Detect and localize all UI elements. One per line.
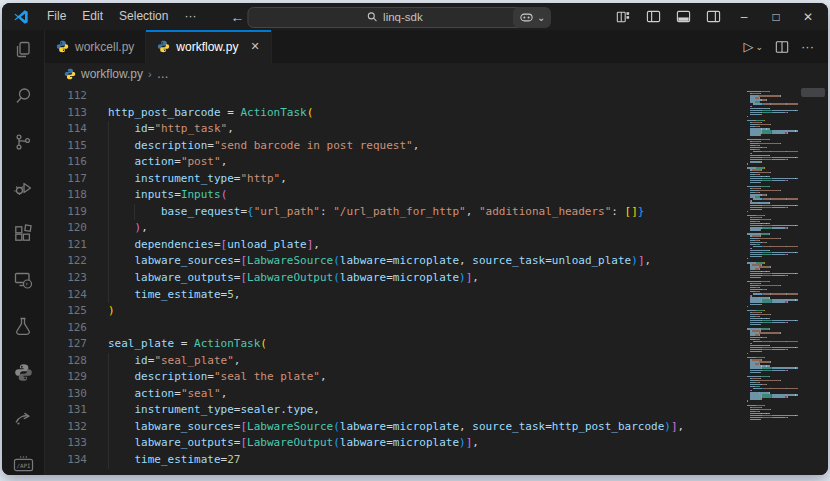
line-text: action="seal", bbox=[108, 386, 227, 403]
code-line-123[interactable]: 123 labware_outputs=[LabwareOutput(labwa… bbox=[45, 270, 746, 287]
line-text: seal_plate = ActionTask( bbox=[108, 336, 267, 353]
tab-label: workcell.py bbox=[75, 40, 134, 54]
command-center-search[interactable]: linq-sdk bbox=[247, 7, 541, 28]
more-actions-icon[interactable]: ··· bbox=[801, 39, 814, 54]
line-number: 130 bbox=[45, 386, 108, 403]
code-line-129[interactable]: 129 description="seal the plate", bbox=[45, 369, 746, 386]
tab-workflow[interactable]: workflow.py ✕ bbox=[146, 30, 271, 63]
scrollbar-thumb[interactable] bbox=[801, 88, 825, 97]
code-line-112[interactable]: 112 bbox=[45, 88, 746, 105]
breadcrumb-symbol[interactable]: … bbox=[157, 67, 169, 81]
breadcrumb-separator: › bbox=[148, 68, 152, 80]
vscode-window: File Edit Selection ··· ← → linq-sdk ⌄ bbox=[2, 3, 828, 475]
run-python-button[interactable]: ▷ ⌄ bbox=[743, 39, 763, 54]
breadcrumb: workflow.py › … bbox=[45, 63, 828, 85]
code-line-120[interactable]: 120 ), bbox=[45, 220, 746, 237]
line-number: 128 bbox=[45, 353, 108, 370]
run-debug-icon[interactable] bbox=[12, 177, 34, 199]
code-line-134[interactable]: 134 time_estimate=27 bbox=[45, 452, 746, 469]
minimap-row bbox=[746, 419, 798, 420]
testing-icon[interactable] bbox=[12, 315, 34, 337]
indent-guide bbox=[108, 138, 109, 155]
indent-guide bbox=[108, 419, 109, 436]
indent-guide bbox=[108, 435, 109, 452]
line-text: http_post_barcode = ActionTask( bbox=[108, 105, 313, 122]
code-line-121[interactable]: 121 dependencies=[unload_plate], bbox=[45, 237, 746, 254]
toggle-secondary-sidebar-icon[interactable] bbox=[700, 7, 726, 27]
code-line-130[interactable]: 130 action="seal", bbox=[45, 386, 746, 403]
line-text: dependencies=[unload_plate], bbox=[108, 237, 320, 254]
maximize-button[interactable]: □ bbox=[762, 6, 790, 28]
code-line-124[interactable]: 124 time_estimate=5, bbox=[45, 287, 746, 304]
code-line-127[interactable]: 127seal_plate = ActionTask( bbox=[45, 336, 746, 353]
source-control-icon[interactable] bbox=[12, 131, 34, 153]
send-icon[interactable] bbox=[12, 407, 34, 429]
code-line-116[interactable]: 116 action="post", bbox=[45, 154, 746, 171]
indent-guide bbox=[108, 204, 109, 221]
explorer-icon[interactable] bbox=[12, 39, 34, 61]
tab-workcell[interactable]: workcell.py bbox=[45, 30, 146, 63]
copilot-chevron-icon: ⌄ bbox=[537, 12, 545, 23]
indent-guide bbox=[108, 237, 109, 254]
indent-guide bbox=[108, 287, 109, 304]
scrollbar[interactable] bbox=[798, 85, 828, 475]
line-number: 113 bbox=[45, 105, 108, 122]
menu-edit[interactable]: Edit bbox=[74, 3, 111, 30]
split-editor-icon[interactable] bbox=[775, 40, 789, 54]
indent-guide bbox=[108, 369, 109, 386]
line-text: id="seal_plate", bbox=[108, 353, 240, 370]
line-text: labware_sources=[LabwareSource(labware=m… bbox=[108, 419, 684, 436]
indent-guide bbox=[108, 253, 109, 270]
line-text: instrument_type="http", bbox=[108, 171, 287, 188]
remote-explorer-icon[interactable] bbox=[12, 269, 34, 291]
indent-guide bbox=[108, 353, 109, 370]
code-lines[interactable]: 112113http_post_barcode = ActionTask(114… bbox=[45, 85, 746, 475]
python-file-icon bbox=[56, 40, 69, 53]
code-line-125[interactable]: 125) bbox=[45, 303, 746, 320]
menu-selection[interactable]: Selection bbox=[111, 3, 176, 30]
code-line-114[interactable]: 114 id="http_task", bbox=[45, 121, 746, 138]
line-number: 129 bbox=[45, 369, 108, 386]
code-line-126[interactable]: 126 bbox=[45, 320, 746, 337]
code-line-128[interactable]: 128 id="seal_plate", bbox=[45, 353, 746, 370]
code-line-113[interactable]: 113http_post_barcode = ActionTask( bbox=[45, 105, 746, 122]
close-button[interactable]: ✕ bbox=[794, 6, 822, 28]
minimize-button[interactable]: – bbox=[730, 6, 758, 28]
search-value: linq-sdk bbox=[383, 11, 423, 23]
breadcrumb-file[interactable]: workflow.py bbox=[81, 67, 143, 81]
search-sidebar-icon[interactable] bbox=[12, 85, 34, 107]
toggle-primary-sidebar-icon[interactable] bbox=[640, 7, 666, 27]
toggle-panel-icon[interactable] bbox=[670, 7, 696, 27]
code-line-115[interactable]: 115 description="send barcode in post re… bbox=[45, 138, 746, 155]
line-text: labware_outputs=[LabwareOutput(labware=m… bbox=[108, 270, 479, 287]
line-number: 126 bbox=[45, 320, 108, 337]
line-text: action="post", bbox=[108, 154, 227, 171]
menu-overflow[interactable]: ··· bbox=[176, 3, 204, 30]
nav-back-icon[interactable]: ← bbox=[230, 9, 244, 25]
python-file-icon bbox=[157, 40, 170, 53]
customize-layout-icon[interactable] bbox=[610, 7, 636, 27]
code-line-133[interactable]: 133 labware_outputs=[LabwareOutput(labwa… bbox=[45, 435, 746, 452]
minimap[interactable] bbox=[746, 85, 798, 475]
activity-bar: /API bbox=[2, 30, 45, 475]
code-line-122[interactable]: 122 labware_sources=[LabwareSource(labwa… bbox=[45, 253, 746, 270]
python-extension-icon[interactable] bbox=[12, 361, 34, 383]
indent-guide bbox=[108, 121, 109, 138]
code-line-119[interactable]: 119 base_request={"url_path": "/url_path… bbox=[45, 204, 746, 221]
tab-close-icon[interactable]: ✕ bbox=[250, 40, 259, 53]
line-text: time_estimate=5, bbox=[108, 287, 240, 304]
line-text: ), bbox=[108, 220, 148, 237]
tab-label: workflow.py bbox=[176, 40, 238, 54]
copilot-button[interactable]: ⌄ bbox=[513, 7, 551, 28]
code-line-131[interactable]: 131 instrument_type=sealer.type, bbox=[45, 402, 746, 419]
line-number: 134 bbox=[45, 452, 108, 469]
line-text: description="seal the plate", bbox=[108, 369, 327, 386]
line-text: id="http_task", bbox=[108, 121, 234, 138]
line-number: 117 bbox=[45, 171, 108, 188]
menu-file[interactable]: File bbox=[39, 3, 74, 30]
code-line-132[interactable]: 132 labware_sources=[LabwareSource(labwa… bbox=[45, 419, 746, 436]
api-icon[interactable]: /API bbox=[12, 453, 34, 475]
extensions-icon[interactable] bbox=[12, 223, 34, 245]
code-line-117[interactable]: 117 instrument_type="http", bbox=[45, 171, 746, 188]
code-line-118[interactable]: 118 inputs=Inputs( bbox=[45, 187, 746, 204]
